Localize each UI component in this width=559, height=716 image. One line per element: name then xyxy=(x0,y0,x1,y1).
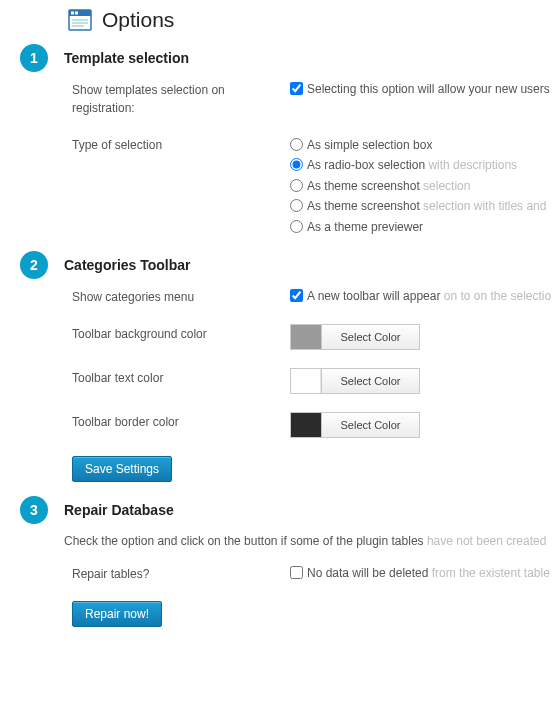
section-badge-2: 2 xyxy=(20,251,48,279)
color-picker-text: Select Color xyxy=(290,368,420,394)
repair-tables-desc: No data will be deleted from the existen… xyxy=(307,566,550,580)
color-swatch-text xyxy=(291,369,321,393)
section-title-categories: Categories Toolbar xyxy=(64,255,559,273)
section-title-template: Template selection xyxy=(64,48,559,66)
color-swatch-border xyxy=(291,413,321,437)
radio-label: As a theme previewer xyxy=(307,220,423,234)
radio-radio-box[interactable] xyxy=(290,158,303,171)
radio-previewer[interactable] xyxy=(290,220,303,233)
page-title: Options xyxy=(102,8,174,32)
toolbar-bg-label: Toolbar background color xyxy=(72,324,290,343)
page-header: Options xyxy=(20,0,559,38)
section-categories-toolbar: 2 Categories Toolbar Show categories men… xyxy=(20,255,559,482)
repair-description: Check the option and click on the button… xyxy=(64,532,559,550)
radio-simple-box[interactable] xyxy=(290,138,303,151)
save-settings-button[interactable]: Save Settings xyxy=(72,456,172,482)
select-color-button[interactable]: Select Color xyxy=(321,325,419,349)
radio-label: As simple selection box xyxy=(307,138,432,152)
repair-now-button[interactable]: Repair now! xyxy=(72,601,162,627)
select-color-button[interactable]: Select Color xyxy=(321,413,419,437)
show-categories-label: Show categories menu xyxy=(72,287,290,306)
toolbar-text-label: Toolbar text color xyxy=(72,368,290,387)
svg-rect-3 xyxy=(75,12,78,15)
radio-label: As radio-box selection with descriptions xyxy=(307,158,517,172)
radio-screenshot-titles[interactable] xyxy=(290,199,303,212)
color-swatch-bg xyxy=(291,325,321,349)
radio-label: As theme screenshot selection xyxy=(307,179,470,193)
section-badge-3: 3 xyxy=(20,496,48,524)
section-title-repair: Repair Database xyxy=(64,500,559,518)
select-color-button[interactable]: Select Color xyxy=(321,369,419,393)
options-icon xyxy=(68,8,92,32)
section-badge-1: 1 xyxy=(20,44,48,72)
svg-rect-2 xyxy=(71,12,74,15)
type-of-selection-label: Type of selection xyxy=(72,135,290,154)
color-picker-bg: Select Color xyxy=(290,324,420,350)
show-templates-checkbox[interactable] xyxy=(290,82,303,95)
show-categories-checkbox[interactable] xyxy=(290,289,303,302)
show-templates-label: Show templates selection on registration… xyxy=(72,80,290,117)
toolbar-border-label: Toolbar border color xyxy=(72,412,290,431)
type-of-selection-options: As simple selection box As radio-box sel… xyxy=(290,135,559,237)
show-categories-desc: A new toolbar will appear on to on the s… xyxy=(307,289,551,303)
show-templates-desc: Selecting this option will allow your ne… xyxy=(307,82,550,96)
repair-tables-checkbox[interactable] xyxy=(290,566,303,579)
radio-label: As theme screenshot selection with title… xyxy=(307,199,546,213)
repair-tables-label: Repair tables? xyxy=(72,564,290,583)
radio-screenshot[interactable] xyxy=(290,179,303,192)
color-picker-border: Select Color xyxy=(290,412,420,438)
section-repair-database: 3 Repair Database Check the option and c… xyxy=(20,500,559,627)
section-template-selection: 1 Template selection Show templates sele… xyxy=(20,48,559,237)
